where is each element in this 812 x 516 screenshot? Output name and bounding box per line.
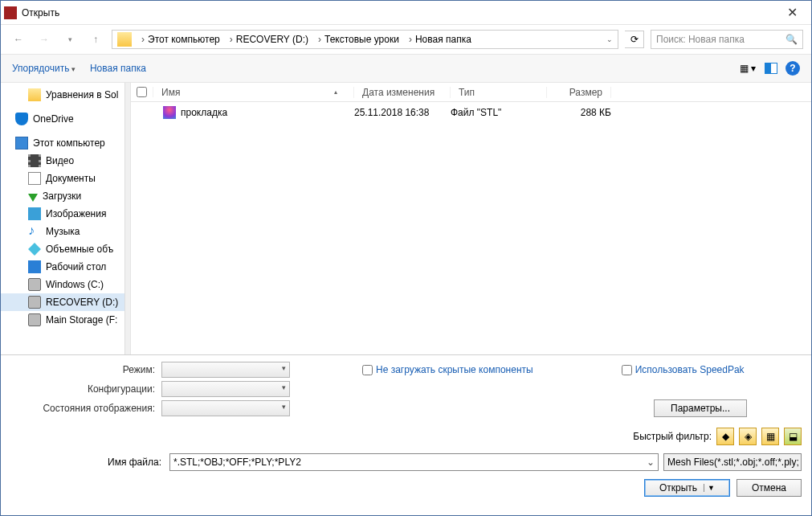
address-bar[interactable]: ›Этот компьютер ›RECOVERY (D:) ›Текстовы… bbox=[112, 30, 618, 49]
crumb-root[interactable]: Этот компьютер bbox=[148, 34, 220, 45]
doc-icon bbox=[28, 172, 41, 185]
tree-item-2[interactable]: Этот компьютер bbox=[1, 134, 130, 152]
app-icon bbox=[4, 6, 17, 19]
filetype-combo[interactable]: Mesh Files(*.stl;*.obj;*.off;*.ply; bbox=[663, 453, 802, 471]
col-name[interactable]: Имя▴ bbox=[153, 87, 354, 98]
tree-item-9[interactable]: Рабочий стол bbox=[1, 258, 130, 276]
speedpak-checkbox[interactable]: Использовать SpeedPak bbox=[622, 364, 745, 375]
crumb-1[interactable]: RECOVERY (D:) bbox=[236, 34, 308, 45]
filename-label: Имя файла: bbox=[10, 457, 165, 468]
filter-2[interactable]: ◈ bbox=[739, 428, 757, 445]
filter-1[interactable]: ◆ bbox=[716, 428, 734, 445]
tree-item-4[interactable]: Документы bbox=[1, 170, 130, 187]
config-label: Конфигурации: bbox=[1, 383, 161, 395]
folder-icon bbox=[28, 88, 41, 101]
select-all-checkbox[interactable] bbox=[137, 87, 147, 97]
folder-icon bbox=[117, 32, 132, 47]
crumb-3[interactable]: Новая папка bbox=[415, 34, 471, 45]
col-type[interactable]: Тип bbox=[451, 87, 547, 98]
tree-item-11[interactable]: RECOVERY (D:) bbox=[1, 293, 130, 311]
3d-icon bbox=[28, 243, 41, 256]
up-button[interactable]: ↑ bbox=[86, 30, 105, 49]
col-size[interactable]: Размер bbox=[547, 87, 611, 98]
disk-icon bbox=[28, 278, 41, 291]
mus-icon: ♪ bbox=[28, 225, 41, 238]
desk-icon bbox=[28, 260, 41, 273]
file-row[interactable]: прокладка25.11.2018 16:38Файл "STL"288 К… bbox=[131, 102, 811, 123]
quick-filter-label: Быстрый фильтр: bbox=[633, 431, 712, 442]
preview-button[interactable] bbox=[765, 63, 777, 74]
crumb-2[interactable]: Текстовые уроки bbox=[324, 34, 399, 45]
display-label: Состояния отображения: bbox=[1, 403, 161, 413]
search-input[interactable]: Поиск: Новая папка 🔍 bbox=[651, 30, 803, 49]
pc-icon bbox=[15, 137, 28, 149]
config-combo[interactable] bbox=[161, 381, 290, 397]
search-placeholder: Поиск: Новая папка bbox=[656, 34, 745, 45]
tree-item-7[interactable]: ♪Музыка bbox=[1, 223, 130, 240]
col-date[interactable]: Дата изменения bbox=[354, 87, 451, 98]
tree-item-8[interactable]: Объемные объ bbox=[1, 240, 130, 258]
skip-hidden-checkbox[interactable]: Не загружать скрытые компоненты bbox=[362, 364, 533, 375]
tree-item-6[interactable]: Изображения bbox=[1, 205, 130, 223]
filter-4[interactable]: ⬓ bbox=[784, 428, 802, 445]
view-button[interactable]: ▦ ▾ bbox=[739, 61, 757, 76]
stl-file-icon bbox=[163, 106, 176, 119]
forward-button[interactable]: → bbox=[35, 30, 54, 49]
vid-icon bbox=[28, 154, 41, 167]
back-button[interactable]: ← bbox=[9, 30, 28, 49]
organize-button[interactable]: Упорядочить bbox=[12, 63, 75, 74]
dl-icon bbox=[28, 194, 38, 202]
tree-item-5[interactable]: Загрузки bbox=[1, 187, 130, 205]
close-button[interactable]: ✕ bbox=[776, 2, 808, 24]
filename-input[interactable]: *.STL;*OBJ;*OFF;*PLY;*PLY2 bbox=[169, 453, 659, 471]
nav-tree[interactable]: Уравнения в SolOneDriveЭтот компьютерВид… bbox=[1, 83, 131, 354]
tree-item-10[interactable]: Windows (C:) bbox=[1, 276, 130, 293]
tree-item-12[interactable]: Main Storage (F: bbox=[1, 311, 130, 329]
img-icon bbox=[28, 207, 41, 220]
tree-item-3[interactable]: Видео bbox=[1, 152, 130, 170]
cancel-button[interactable]: Отмена bbox=[737, 479, 802, 497]
disk-icon bbox=[28, 313, 41, 326]
window-title: Открыть bbox=[22, 7, 776, 18]
onedrive-icon bbox=[15, 113, 28, 125]
tree-item-1[interactable]: OneDrive bbox=[1, 110, 130, 128]
mode-combo[interactable] bbox=[161, 362, 290, 378]
params-button[interactable]: Параметры... bbox=[654, 399, 747, 417]
refresh-button[interactable]: ⟳ bbox=[625, 31, 644, 48]
search-icon: 🔍 bbox=[785, 34, 798, 45]
open-button[interactable]: Открыть▼ bbox=[644, 479, 730, 497]
new-folder-button[interactable]: Новая папка bbox=[90, 63, 146, 74]
disk-icon bbox=[28, 296, 41, 309]
file-list[interactable]: прокладка25.11.2018 16:38Файл "STL"288 К… bbox=[131, 102, 811, 123]
recent-dropdown[interactable]: ▾ bbox=[60, 30, 80, 49]
display-combo[interactable] bbox=[161, 400, 290, 416]
mode-label: Режим: bbox=[1, 364, 161, 375]
filter-3[interactable]: ▦ bbox=[761, 428, 779, 445]
help-button[interactable]: ? bbox=[785, 61, 800, 76]
tree-item-0[interactable]: Уравнения в Sol bbox=[1, 86, 130, 104]
